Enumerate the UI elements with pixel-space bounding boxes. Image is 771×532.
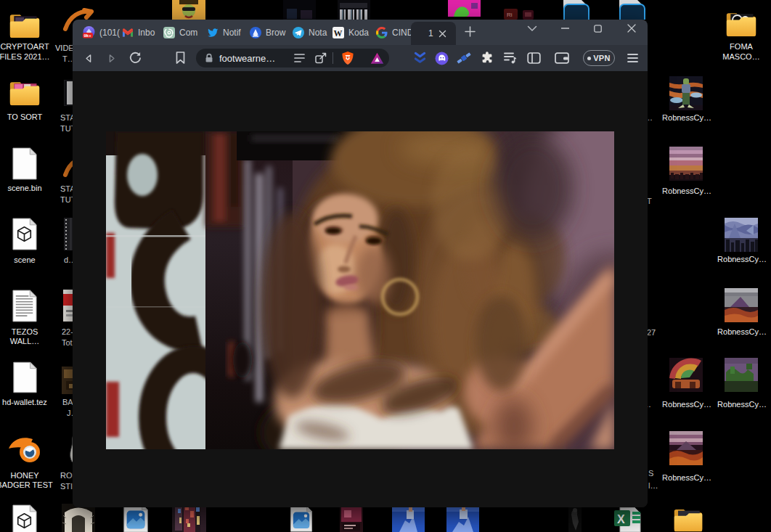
svg-text:X: X bbox=[617, 513, 625, 525]
svg-text:Ri: Ri bbox=[507, 12, 513, 18]
svg-text:W: W bbox=[334, 28, 343, 38]
svg-text:9k+: 9k+ bbox=[84, 33, 92, 38]
